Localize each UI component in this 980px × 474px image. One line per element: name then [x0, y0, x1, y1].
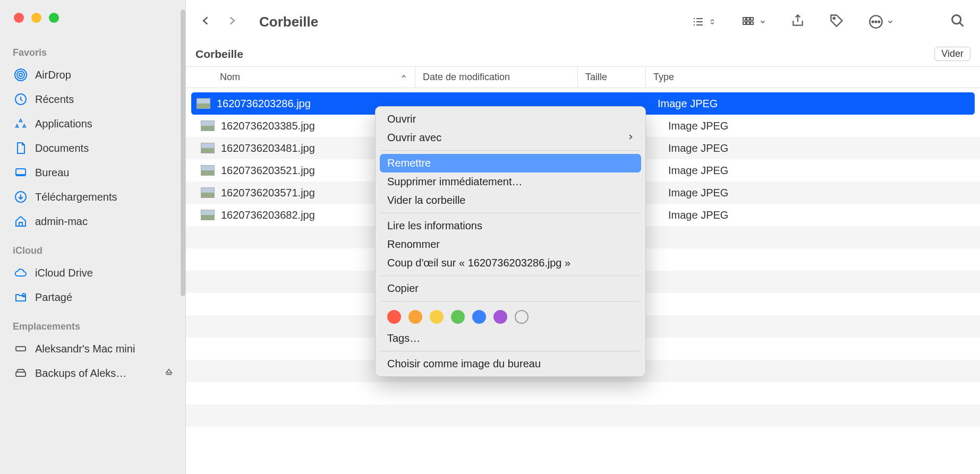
svg-point-20	[952, 15, 961, 23]
tag-color-dot[interactable]	[430, 310, 444, 324]
svg-rect-10	[747, 18, 749, 20]
close-window-button[interactable]	[14, 13, 24, 23]
apps-icon	[14, 117, 28, 131]
column-header-label: Date de modification	[423, 72, 510, 83]
context-menu-separator	[381, 275, 640, 276]
clock-icon	[14, 92, 28, 106]
sidebar-section-favorites: Favoris	[0, 23, 185, 63]
fullscreen-window-button[interactable]	[49, 13, 59, 23]
shared-folder-icon	[14, 290, 28, 304]
context-menu-item-label: Coup d'œil sur « 1620736203286.jpg »	[387, 257, 570, 269]
sidebar-item-location-1[interactable]: Backups of Aleks…	[0, 361, 185, 385]
context-menu-item-label: Choisir comme image du bureau	[387, 358, 541, 370]
context-menu-item-label: Remettre	[387, 157, 431, 169]
sidebar-item-label: Récents	[35, 93, 74, 106]
tag-color-dot[interactable]	[387, 310, 401, 324]
sidebar-section-icloud: iCloud	[0, 234, 185, 261]
column-header-name[interactable]: Nom	[186, 67, 415, 88]
svg-point-18	[875, 21, 877, 23]
window-controls	[0, 0, 185, 23]
sidebar-item-label: Applications	[35, 118, 92, 130]
sidebar-item-label: AirDrop	[35, 69, 71, 81]
file-thumbnail-icon	[201, 210, 215, 220]
file-type: Image JPEG	[664, 165, 973, 177]
svg-rect-11	[751, 18, 753, 20]
sidebar-item-label: Aleksandr's Mac mini	[35, 343, 135, 355]
context-menu-item[interactable]: Choisir comme image du bureau	[376, 355, 645, 373]
sidebar-item-applications[interactable]: Applications	[0, 111, 185, 136]
sidebar-section-locations: Emplacements	[0, 309, 185, 337]
sidebar-scrollbar[interactable]	[181, 10, 185, 296]
column-header-label: Nom	[220, 72, 240, 83]
svg-rect-14	[751, 22, 753, 24]
tag-color-dot[interactable]	[408, 310, 422, 324]
file-thumbnail-icon	[201, 143, 215, 153]
context-menu-item[interactable]: Copier	[376, 279, 645, 298]
back-button[interactable]	[201, 14, 211, 30]
file-thumbnail-icon	[201, 120, 215, 131]
eject-icon[interactable]	[164, 367, 174, 380]
sidebar-item-documents[interactable]: Documents	[0, 136, 185, 160]
forward-button[interactable]	[226, 14, 237, 30]
column-header-size[interactable]: Taille	[578, 67, 646, 88]
search-button[interactable]	[950, 13, 965, 31]
context-menu-separator	[381, 301, 640, 301]
tag-color-dot[interactable]	[493, 310, 507, 324]
sidebar-item-icloud-drive[interactable]: iCloud Drive	[0, 261, 185, 285]
context-menu-item[interactable]: Lire les informations	[376, 217, 645, 235]
context-menu-item[interactable]: Remettre	[380, 154, 641, 173]
context-menu-item[interactable]: Supprimer immédiatement…	[376, 173, 645, 191]
tag-none-dot[interactable]	[515, 310, 529, 324]
context-menu-item[interactable]: Ouvrir avec	[376, 128, 645, 147]
column-header-type[interactable]: Type	[646, 67, 980, 88]
minimize-window-button[interactable]	[31, 13, 41, 23]
empty-row	[186, 427, 980, 449]
sidebar-item-home[interactable]: admin-mac	[0, 209, 185, 234]
sidebar-item-label: admin-mac	[35, 216, 88, 228]
file-type: Image JPEG	[664, 187, 973, 199]
sidebar-item-downloads[interactable]: Téléchargements	[0, 185, 185, 209]
sidebar-item-label: iCloud Drive	[35, 267, 93, 279]
svg-point-1	[17, 71, 24, 79]
submenu-arrow-icon	[627, 132, 634, 144]
airdrop-icon	[14, 68, 28, 82]
svg-rect-12	[743, 22, 746, 24]
computer-icon	[14, 342, 28, 356]
share-button[interactable]	[791, 13, 805, 31]
sidebar-item-airdrop[interactable]: AirDrop	[0, 63, 185, 87]
file-type: Image JPEG	[664, 209, 973, 221]
file-thumbnail-icon	[201, 165, 215, 176]
window-title: Corbeille	[259, 14, 680, 30]
svg-rect-8	[16, 372, 25, 376]
file-thumbnail-icon	[197, 98, 210, 109]
sidebar-item-desktop[interactable]: Bureau	[0, 160, 185, 185]
sidebar-item-shared[interactable]: Partagé	[0, 285, 185, 309]
subheader-title: Corbeille	[195, 48, 934, 61]
column-header-date[interactable]: Date de modification	[415, 67, 578, 88]
context-menu-item[interactable]: Tags…	[376, 329, 645, 348]
group-by-button[interactable]	[740, 15, 766, 28]
context-menu-item[interactable]: Coup d'œil sur « 1620736203286.jpg »	[376, 254, 645, 272]
view-mode-list-button[interactable]	[690, 15, 715, 28]
tag-color-dot[interactable]	[451, 310, 465, 324]
sidebar-item-recents[interactable]: Récents	[0, 87, 185, 111]
context-menu-item-label: Vider la corbeille	[387, 194, 466, 206]
context-menu-item[interactable]: Ouvrir	[376, 110, 645, 128]
empty-trash-button[interactable]: Vider	[934, 47, 970, 61]
context-menu: OuvrirOuvrir avecRemettreSupprimer imméd…	[375, 106, 646, 377]
context-menu-item-label: Ouvrir	[387, 113, 416, 125]
more-actions-button[interactable]	[868, 14, 894, 29]
tags-button[interactable]	[829, 13, 844, 31]
context-menu-separator	[381, 150, 640, 151]
disk-icon	[14, 366, 28, 380]
sidebar-item-label: Bureau	[35, 167, 70, 179]
svg-point-17	[872, 21, 874, 23]
desktop-icon	[14, 166, 28, 179]
context-menu-item[interactable]: Renommer	[376, 235, 645, 254]
subheader: Corbeille Vider	[186, 44, 980, 67]
column-header-label: Type	[653, 72, 674, 83]
context-menu-item[interactable]: Vider la corbeille	[376, 191, 645, 210]
sidebar-item-location-0[interactable]: Aleksandr's Mac mini	[0, 337, 185, 361]
tag-color-dot[interactable]	[472, 310, 486, 324]
file-type: Image JPEG	[664, 142, 973, 154]
